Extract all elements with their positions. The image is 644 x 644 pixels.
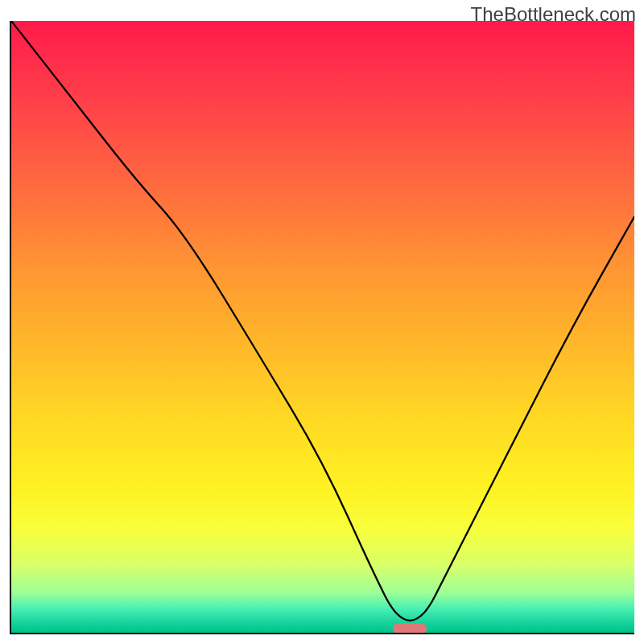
chart-container: TheBottleneck.com: [0, 0, 644, 644]
plot-area: [10, 21, 634, 634]
watermark-text: TheBottleneck.com: [471, 3, 636, 26]
bottleneck-curve: [11, 21, 634, 633]
optimal-point-marker: [393, 623, 427, 634]
